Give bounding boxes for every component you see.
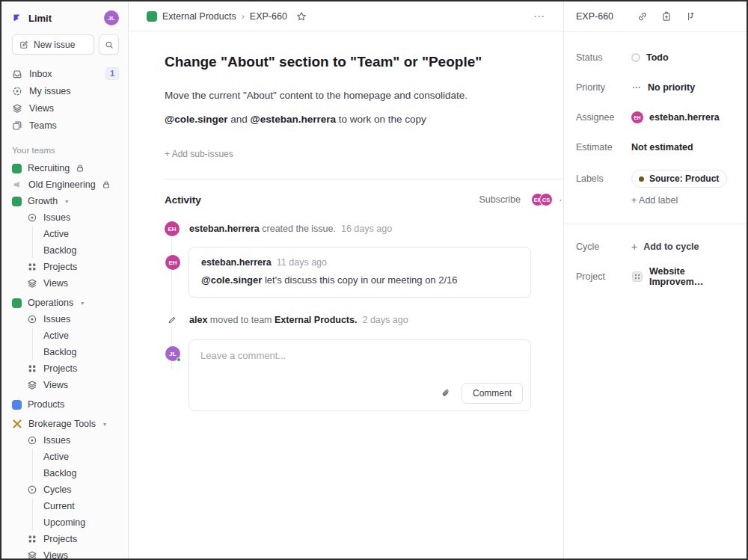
- projects-icon: [27, 363, 37, 374]
- issue-menu-button[interactable]: ⋯: [533, 10, 545, 23]
- breadcrumb-issue-id[interactable]: EXP-660: [250, 11, 287, 22]
- sidebar-growth-projects[interactable]: Projects: [27, 259, 119, 275]
- sidebar-operations-projects[interactable]: Projects: [27, 360, 119, 377]
- mention-link[interactable]: @esteban.herrera: [250, 114, 335, 125]
- sidebar-brokerage-views[interactable]: Views: [27, 547, 119, 559]
- sub-item-label: Active: [43, 330, 69, 341]
- comment-card[interactable]: EH esteban.herrera11 days ago @cole.sing…: [188, 247, 531, 298]
- sidebar-item-my-issues[interactable]: My issues: [12, 82, 119, 99]
- sidebar-growth-issues[interactable]: Issues: [27, 209, 119, 226]
- sidebar-growth-backlog[interactable]: Backlog: [32, 242, 119, 259]
- issues-icon: [27, 314, 37, 324]
- add-label-button[interactable]: + Add label: [631, 195, 678, 206]
- search-button[interactable]: [99, 34, 119, 55]
- sidebar-item-views[interactable]: Views: [12, 99, 119, 117]
- topbar: External Products › EXP-660 ⋯: [129, 1, 563, 31]
- sidebar-operations-active[interactable]: Active: [32, 327, 119, 344]
- subscribe-button[interactable]: Subscribe: [479, 194, 521, 205]
- sidebar-item-teams[interactable]: Teams: [12, 117, 119, 134]
- assignee-value[interactable]: EH esteban.herrera: [631, 111, 720, 123]
- copy-id-icon[interactable]: [661, 11, 672, 22]
- sub-item-label: Backlog: [43, 347, 76, 357]
- issue-description-line2[interactable]: @cole.singer and @esteban.herrera to wor…: [165, 112, 533, 127]
- git-branch-icon[interactable]: [685, 11, 696, 22]
- presence-indicator: [177, 357, 181, 362]
- sub-item-label: Issues: [43, 212, 70, 223]
- breadcrumb-team[interactable]: External Products: [162, 11, 236, 22]
- sidebar-operations-backlog[interactable]: Backlog: [32, 344, 119, 360]
- chevron-down-icon[interactable]: ▾: [103, 421, 106, 428]
- sidebar-brokerage-projects[interactable]: Projects: [27, 531, 119, 547]
- priority-value[interactable]: No priority: [631, 82, 695, 93]
- comment-submit-button[interactable]: Comment: [462, 383, 523, 404]
- comment-body: @cole.singer let's discuss this copy in …: [201, 274, 518, 286]
- comment-input[interactable]: [189, 340, 530, 384]
- estimate-value[interactable]: Not estimated: [631, 142, 693, 153]
- sidebar-team-brokerage-tools[interactable]: Brokerage Tools ▾: [12, 416, 119, 432]
- workspace-logo-icon: [12, 13, 22, 23]
- sub-item-label: Issues: [43, 435, 70, 446]
- sub-item-label: Cycles: [43, 484, 72, 495]
- views-icon: [27, 550, 37, 559]
- team-icon: [12, 197, 22, 206]
- my-issues-icon: [12, 86, 22, 96]
- sidebar-item-label: Teams: [29, 120, 57, 131]
- sidebar-item-inbox[interactable]: Inbox 1: [12, 65, 119, 82]
- megaphone-icon: [12, 179, 22, 190]
- event-text: alex moved to team External Products.2 d…: [189, 315, 408, 325]
- label-tag[interactable]: Source: Product: [631, 170, 727, 188]
- copy-link-icon[interactable]: [637, 11, 648, 22]
- add-to-cycle-button[interactable]: + Add to cycle: [631, 241, 699, 252]
- sidebar-brokerage-cycles[interactable]: Cycles: [27, 481, 119, 498]
- issue-body: Change "About" section to "Team" or "Peo…: [129, 31, 563, 559]
- chevron-down-icon[interactable]: ▾: [81, 300, 84, 307]
- add-sub-issues-button[interactable]: + Add sub-issues: [165, 149, 533, 159]
- status-value[interactable]: Todo: [631, 52, 669, 63]
- issue-title[interactable]: Change "About" section to "Team" or "Peo…: [165, 54, 533, 70]
- sub-item-label: Backlog: [43, 245, 76, 256]
- sub-item-label: Views: [43, 278, 68, 289]
- sidebar-operations-issues[interactable]: Issues: [27, 311, 119, 327]
- workspace-name: Limit: [28, 13, 52, 24]
- sidebar-team-growth[interactable]: Growth ▾: [12, 193, 119, 209]
- user-avatar[interactable]: JL: [104, 10, 119, 25]
- sidebar-growth-active[interactable]: Active: [32, 226, 119, 242]
- new-issue-button[interactable]: New issue: [12, 34, 94, 55]
- sidebar-team-products[interactable]: Products: [12, 396, 119, 413]
- sidebar-team-old-engineering[interactable]: Old Engineering: [12, 176, 119, 193]
- comment-text: let's discuss this copy in our meeting o…: [262, 274, 457, 286]
- sidebar-brokerage-issues[interactable]: Issues: [27, 432, 119, 449]
- property-row-status: Status Todo: [576, 50, 735, 65]
- sidebar-brokerage-current[interactable]: Current: [32, 498, 119, 514]
- chevron-down-icon[interactable]: ▾: [65, 198, 68, 205]
- sidebar-team-operations[interactable]: Operations ▾: [12, 295, 119, 311]
- sidebar-brokerage-active[interactable]: Active: [32, 449, 119, 465]
- team-icon: [12, 400, 22, 410]
- mention-link[interactable]: @cole.singer: [201, 274, 262, 286]
- mention-link[interactable]: @cole.singer: [165, 114, 227, 125]
- favorite-button[interactable]: [296, 11, 307, 22]
- property-label: Project: [576, 271, 631, 282]
- no-priority-icon: [631, 82, 642, 93]
- sidebar-brokerage-backlog[interactable]: Backlog: [32, 465, 119, 481]
- workspace-switcher[interactable]: Limit JL: [12, 9, 119, 27]
- issue-description-line1[interactable]: Move the current "About" content to the …: [165, 88, 533, 103]
- assignee-text: esteban.herrera: [649, 112, 720, 123]
- sidebar-team-recruiting[interactable]: Recruiting: [12, 160, 119, 176]
- breadcrumb[interactable]: External Products › EXP-660: [147, 11, 287, 22]
- status-text: Todo: [646, 52, 669, 63]
- project-value[interactable]: Website Improvem…: [631, 266, 735, 287]
- attach-button[interactable]: [441, 388, 451, 399]
- property-label: Assignee: [576, 112, 631, 123]
- views-icon: [27, 380, 37, 390]
- label-dot-icon: [639, 176, 644, 182]
- views-icon: [27, 278, 37, 289]
- event-time: 2 days ago: [362, 315, 408, 325]
- comment-composer[interactable]: JL Comment: [188, 339, 531, 411]
- avatar: EH: [165, 255, 180, 270]
- sidebar-brokerage-upcoming[interactable]: Upcoming: [32, 514, 119, 531]
- sidebar-growth-views[interactable]: Views: [27, 275, 119, 292]
- sidebar-operations-views[interactable]: Views: [27, 377, 119, 393]
- event-user: alex: [189, 315, 207, 325]
- sub-item-label: Current: [43, 501, 75, 511]
